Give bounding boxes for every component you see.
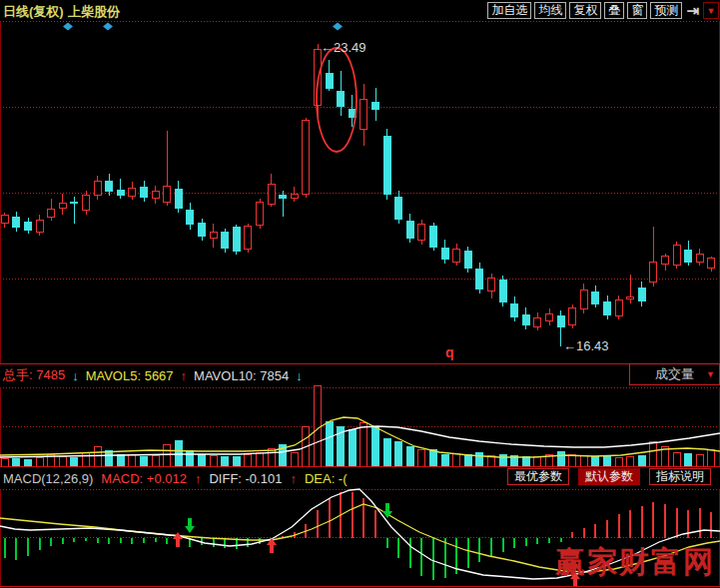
macd-buttons: 最优参数 默认参数 指标说明 (507, 468, 711, 485)
moving-average-button[interactable]: 均线 (534, 2, 566, 19)
candle-body-up (650, 263, 657, 283)
skip-forward-icon[interactable]: ⇥ (685, 2, 700, 19)
volume-bar (708, 449, 715, 466)
toolbar-buttons: 加自选 均线 复权 叠 窗 预测 ⇥ ▼ (487, 1, 719, 20)
stock-app-window: 日线(复权) 上柴股份 加自选 均线 复权 叠 窗 预测 ⇥ ▼ ←23.49←… (0, 0, 720, 588)
macd-params-label: MACD(12,26,9) (3, 471, 93, 486)
candle-body-down (604, 301, 611, 314)
buy-signal-arrow-icon (173, 532, 183, 547)
dropdown-caret-icon[interactable]: ▼ (703, 2, 719, 19)
candle-body-down (441, 248, 448, 260)
period-label[interactable]: 日线(复权) (3, 3, 64, 21)
candle-body-up (94, 181, 101, 195)
indicator-help-button[interactable]: 指标说明 (649, 468, 711, 485)
volume-bar (257, 452, 264, 466)
volume-bar (627, 456, 634, 466)
volume-bar (83, 452, 90, 466)
volume-indicator-select[interactable]: 成交量 ▼ (629, 363, 720, 385)
add-watchlist-button[interactable]: 加自选 (487, 2, 531, 19)
candle-body-up (662, 256, 669, 265)
candle-body-down (222, 233, 229, 248)
candle-body-down (685, 251, 692, 262)
volume-bar (406, 446, 413, 466)
candle-body-up (129, 188, 136, 196)
candle-body-up (152, 192, 159, 199)
candle-body-down (383, 137, 390, 195)
volume-bar (383, 438, 390, 466)
volume-bar (164, 444, 171, 466)
candle-body-up (418, 224, 425, 240)
window-button[interactable]: 窗 (627, 2, 647, 19)
candle-body-down (326, 74, 333, 89)
adjust-price-button[interactable]: 复权 (569, 2, 601, 19)
volume-bar (1, 458, 8, 466)
high-price-annotation: ←23.49 (321, 40, 366, 55)
volume-bar (673, 452, 680, 466)
candle-body-down (13, 217, 20, 228)
candle-body-down (25, 223, 32, 231)
marker-diamond-icon (333, 23, 343, 31)
diff-value: DIFF: -0.101 (209, 471, 282, 486)
candle-body-down (511, 303, 518, 317)
volume-header: 总手: 7485 ↓ MAVOL5: 5667 ↑ MAVOL10: 7854 … (3, 366, 303, 384)
volume-bar (117, 454, 124, 466)
candle-body-up (673, 246, 680, 266)
volume-bar (141, 456, 148, 466)
marker-letter: q (445, 344, 454, 360)
candle-body-up (291, 194, 298, 198)
volume-bar (129, 454, 136, 466)
candle-body-down (522, 315, 529, 325)
candle-body-down (557, 316, 564, 326)
forecast-button[interactable]: 预测 (650, 2, 682, 19)
candle-body-down (464, 251, 471, 268)
candle-body-up (48, 210, 55, 217)
total-lots-value: 总手: 7485 (3, 366, 65, 384)
candle-body-down (406, 221, 413, 238)
candle-body-up (488, 278, 495, 291)
volume-bar (222, 456, 229, 466)
volume-bar (464, 454, 471, 466)
volume-bar (441, 454, 448, 466)
select-caret-icon: ▼ (706, 369, 715, 379)
volume-bar (152, 455, 159, 466)
overlay-button[interactable]: 叠 (604, 2, 624, 19)
candle-body-down (141, 187, 148, 197)
candle-body-up (268, 185, 275, 204)
low-price-annotation: ←16.43 (563, 338, 609, 353)
volume-bar (395, 441, 402, 466)
candle-body-down (476, 270, 483, 290)
volume-bar (638, 455, 645, 466)
volume-bar (696, 454, 703, 466)
candle-body-down (395, 198, 402, 219)
volume-bar (349, 429, 356, 466)
candle-body-down (199, 224, 206, 237)
volume-bar (36, 457, 43, 466)
candle-body-down (71, 202, 78, 204)
default-params-button[interactable]: 默认参数 (578, 468, 640, 485)
volume-bar (291, 452, 298, 466)
candle-body-up (164, 187, 171, 202)
volume-bar (650, 441, 657, 466)
kline-chart[interactable]: ←23.49←16.43q (0, 21, 720, 365)
candle-body-up (534, 318, 541, 327)
candle-body-up (210, 232, 217, 238)
volume-chart[interactable] (0, 387, 720, 468)
macd-header: MACD(12,26,9) MACD: +0.012 ↑ DIFF: -0.10… (3, 470, 348, 486)
macd-value: MACD: +0.012 (101, 471, 187, 486)
candle-body-up (453, 249, 460, 262)
optimal-params-button[interactable]: 最优参数 (507, 468, 569, 485)
volume-bar (604, 456, 611, 466)
candle-body-up (83, 196, 90, 211)
candle-body-down (187, 211, 194, 225)
candle-body-down (175, 189, 182, 209)
candle-body-down (430, 227, 437, 247)
candle-body-up (627, 296, 634, 299)
volume-bar (199, 454, 206, 466)
volume-bar (372, 426, 379, 466)
volume-bar (233, 456, 240, 466)
top-toolbar: 日线(复权) 上柴股份 加自选 均线 复权 叠 窗 预测 ⇥ ▼ (0, 0, 720, 21)
candle-body-up (245, 227, 252, 249)
up-arrow-icon: ↑ (290, 471, 297, 486)
candle-body-up (36, 220, 43, 232)
candle-body-up (59, 204, 66, 209)
